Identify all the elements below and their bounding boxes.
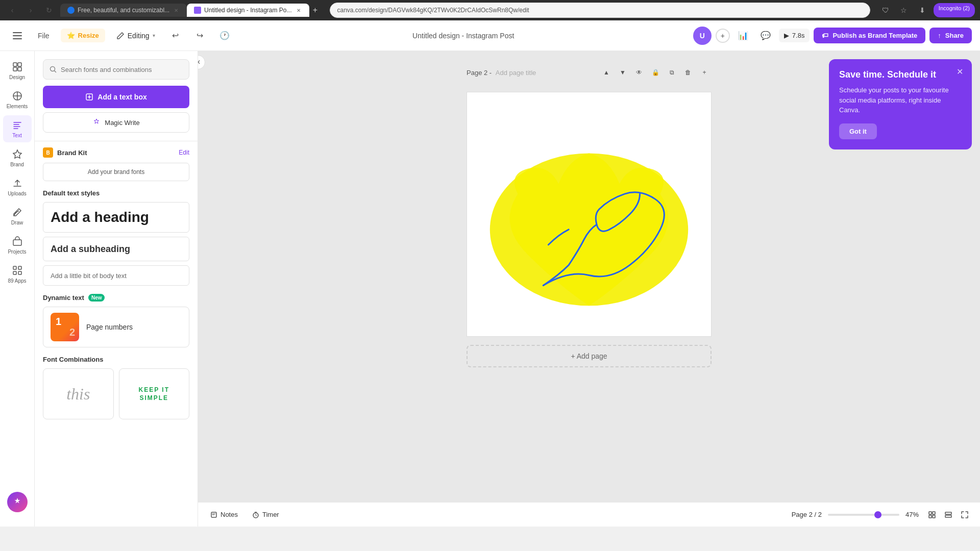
view-buttons [925, 508, 972, 522]
svg-rect-22 [945, 512, 951, 514]
page-duplicate-button[interactable]: ⧉ [665, 65, 679, 80]
download-btn[interactable]: ⬇ [915, 3, 929, 17]
new-tab-button[interactable]: + [309, 4, 322, 16]
bookmark-btn[interactable]: ☆ [897, 3, 911, 17]
canvas-area: ✕ Page 2 - Add page title ▲ ▼ 👁 🔒 ⧉ 🗑 + [198, 51, 980, 527]
editing-mode-button[interactable]: Editing ▾ [111, 29, 160, 43]
notes-button[interactable]: Notes [206, 509, 242, 520]
brand-kit-edit-button[interactable]: Edit [179, 149, 189, 156]
magic-write-label: Magic Write [105, 119, 139, 127]
publish-brand-template-button[interactable]: 🏷 Publish as Brand Template [814, 28, 925, 43]
undo-button[interactable]: ↩ [166, 27, 185, 45]
url-text: canva.com/design/DAGVwk84gKQ/2TWv0K2DrCA… [337, 7, 529, 14]
add-brand-fonts-button[interactable]: Add your brand fonts [43, 163, 189, 181]
resize-star-icon: ⭐ [67, 32, 75, 39]
editing-chevron-icon: ▾ [153, 33, 155, 38]
search-bar[interactable] [43, 59, 189, 80]
sidebar-item-apps[interactable]: 89 Apps [3, 261, 32, 288]
zoom-thumb[interactable] [874, 511, 881, 518]
page-lock-button[interactable]: 🔒 [648, 65, 663, 80]
brand-kit-header: B Brand Kit Edit [43, 147, 189, 158]
analytics-button[interactable]: 📊 [734, 27, 752, 45]
timer-button[interactable]: Timer [248, 509, 283, 520]
extensions-btn[interactable]: 🛡 [878, 3, 893, 17]
page-delete-button[interactable]: 🗑 [681, 65, 695, 80]
fullscreen-button[interactable] [958, 508, 972, 522]
zoom-percentage: 47% [905, 511, 919, 518]
notes-label: Notes [220, 511, 238, 518]
tab1-close[interactable]: ✕ [173, 7, 180, 14]
file-menu-button[interactable]: File [33, 29, 55, 43]
elements-icon [12, 90, 23, 102]
dynamic-text-section: Dynamic text New 1 2 Page numbers [43, 294, 189, 347]
body-style-label: Add a little bit of body text [51, 272, 127, 280]
redo-button[interactable]: ↪ [191, 27, 209, 45]
add-collaborator-button[interactable]: + [716, 29, 730, 43]
url-bar[interactable]: canva.com/design/DAGVwk84gKQ/2TWv0K2DrCA… [330, 3, 870, 18]
sidebar-item-design[interactable]: Design [3, 57, 32, 84]
sidebar-item-brand[interactable]: Brand [3, 144, 32, 171]
page-numbers-card[interactable]: 1 2 Page numbers [43, 307, 189, 347]
zoom-slider[interactable] [828, 514, 899, 516]
schedule-popup-close-button[interactable]: ✕ [953, 65, 966, 78]
font-combo-card-1[interactable]: this [43, 368, 114, 419]
tab2-favicon [194, 7, 201, 14]
canvas-bottom-bar: Notes Timer Page 2 / 2 47% [198, 502, 980, 527]
list-view-button[interactable] [941, 508, 955, 522]
resize-button[interactable]: ⭐ Resize [61, 29, 105, 42]
page-up-button[interactable]: ▲ [599, 65, 614, 80]
body-style-button[interactable]: Add a little bit of body text [43, 265, 189, 286]
font-combo-card-2[interactable]: keep it SIMPLE [119, 368, 190, 419]
subheading-style-button[interactable]: Add a subheading [43, 237, 189, 261]
page-2-num: Page 2 - [467, 69, 492, 77]
forward-btn[interactable]: › [23, 3, 38, 17]
reload-btn[interactable]: ↻ [42, 3, 56, 17]
page-more-button[interactable]: + [697, 65, 712, 80]
add-text-box-button[interactable]: Add a text box [43, 86, 189, 108]
svg-rect-1 [13, 35, 22, 36]
sidebar-projects-label: Projects [8, 249, 26, 255]
svg-rect-20 [929, 515, 932, 518]
page-view-button[interactable]: 👁 [632, 65, 646, 80]
share-button[interactable]: ↑ Share [929, 28, 972, 43]
text-box-icon [85, 93, 93, 101]
menu-button[interactable] [8, 27, 27, 45]
tab-2[interactable]: Untitled design - Instagram Po... ✕ [187, 4, 309, 17]
svg-rect-19 [933, 512, 935, 514]
tab-1[interactable]: Free, beautiful, and customizabl... ✕ [60, 4, 187, 17]
sidebar-item-elements[interactable]: Elements [3, 86, 32, 113]
search-input[interactable] [61, 66, 183, 73]
sidebar-item-text[interactable]: Text [3, 115, 32, 142]
sidebar-item-uploads[interactable]: Uploads [3, 173, 32, 201]
page-2-title-placeholder[interactable]: Add page title [496, 69, 536, 77]
text-panel: Add a text box Magic Write B Brand Kit E… [35, 51, 198, 527]
page-indicator: Page 2 / 2 [792, 511, 822, 518]
user-avatar[interactable]: U [693, 27, 712, 45]
comments-button[interactable]: 💬 [756, 27, 775, 45]
sidebar-item-projects[interactable]: Projects [3, 232, 32, 259]
back-btn[interactable]: ‹ [5, 3, 19, 17]
default-styles-title: Default text styles [43, 189, 189, 197]
tab1-favicon [67, 7, 75, 14]
heading-style-button[interactable]: Add a heading [43, 202, 189, 233]
brand-kit-title-text: Brand Kit [57, 149, 87, 157]
hamburger-icon [13, 32, 22, 39]
got-it-button[interactable]: Got it [839, 123, 877, 139]
editing-label: Editing [128, 32, 150, 40]
tab2-close[interactable]: ✕ [295, 7, 302, 14]
sidebar-apps-label: 89 Apps [8, 278, 26, 284]
page-down-button[interactable]: ▼ [616, 65, 630, 80]
sidebar-item-draw[interactable]: Draw [3, 203, 32, 230]
canvas-page-2[interactable] [467, 92, 712, 337]
history-button[interactable]: 🕐 [215, 27, 234, 45]
magic-write-button[interactable]: Magic Write [43, 112, 189, 133]
magic-button[interactable] [7, 492, 28, 512]
share-icon: ↑ [938, 32, 941, 39]
preview-timer-button[interactable]: ▶ 7.8s [779, 29, 810, 42]
dynamic-text-title: Dynamic text [43, 294, 84, 302]
add-page-button[interactable]: + Add page [467, 345, 712, 367]
grid-view-button[interactable] [925, 508, 939, 522]
svg-rect-6 [18, 67, 21, 71]
svg-rect-11 [13, 271, 16, 274]
notes-icon [210, 511, 217, 518]
